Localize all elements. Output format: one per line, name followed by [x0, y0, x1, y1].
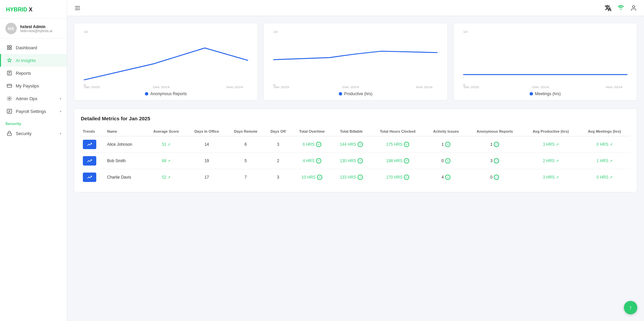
cell-anon-3: 0 📄 [467, 169, 523, 186]
avatar: HA [5, 23, 17, 34]
clock-icon: ⏱ [404, 158, 409, 164]
col-name: Name [105, 127, 146, 136]
translate-icon[interactable] [604, 4, 612, 12]
cell-trend-1 [81, 136, 105, 153]
content-area: 10 0 Jan 2025 Dec 2024 Nov 2024 Anonymou… [67, 16, 644, 321]
user-profile: HA hxtest Admin hello+test@hybridx.ai [0, 19, 67, 39]
up-arrow-icon: ↗ [609, 159, 612, 163]
svg-rect-10 [7, 84, 11, 87]
sidebar-item-dashboard[interactable]: Dashboard [0, 41, 67, 54]
up-arrow-icon: ↗ [609, 142, 612, 147]
menu-icon[interactable] [74, 4, 81, 12]
sidebar: HYBRID X HA hxtest Admin hello+test@hybr… [0, 0, 67, 321]
cell-meetings-1: 0 HRS ↗ [579, 136, 630, 153]
col-avg-productive: Avg Productive (hrs) [523, 127, 579, 136]
user-icon[interactable] [630, 4, 637, 12]
chart-area-3: 10 0 Jan 2025 Dec 2024 Nov 2024 [459, 28, 632, 89]
cell-activity-1: 1 ℹ [425, 136, 467, 153]
cell-days-off-1: 3 [265, 136, 291, 153]
chart-area-1: 10 0 Jan 2025 Dec 2024 Nov 2024 [79, 28, 252, 89]
cell-avg-score-1: 51 ↗ [146, 136, 187, 153]
chart-legend-label-3: Meetings (hrs) [535, 91, 561, 96]
col-days-off: Days Off [265, 127, 291, 136]
svg-text:Dec 2024: Dec 2024 [342, 85, 359, 89]
cell-overtime-3: 10 HRS ⏱ [291, 169, 333, 186]
sidebar-item-reports[interactable]: Reports [0, 67, 67, 79]
sidebar-item-ai-insights[interactable]: Ai Insights [0, 54, 67, 67]
admin-ops-icon [6, 95, 12, 102]
up-arrow-icon: ↗ [556, 142, 559, 147]
svg-text:Jan 2025: Jan 2025 [84, 85, 100, 89]
scroll-to-top-button[interactable]: ↑ [624, 301, 637, 314]
col-total-hours: Total Hours Clocked [370, 127, 425, 136]
up-arrow-icon: ↗ [556, 175, 559, 180]
chart-legend-2: Productive (hrs) [269, 91, 442, 96]
sidebar-item-label: Dashboard [16, 45, 37, 50]
trend-button-3[interactable] [83, 173, 96, 182]
cell-trend-2 [81, 153, 105, 169]
sidebar-item-label: Payroll Settings [16, 109, 46, 114]
cell-days-office-1: 14 [187, 136, 227, 153]
chart-legend-label-1: Anonymous Reports [150, 91, 187, 96]
sidebar-item-payslips[interactable]: My Payslips [0, 79, 67, 92]
sidebar-item-label: Security [16, 131, 32, 136]
sidebar-item-security[interactable]: Security ▾ [0, 127, 67, 140]
cell-days-remote-2: 5 [227, 153, 265, 169]
clock-icon: ⏱ [316, 158, 321, 164]
chart-legend-1: Anonymous Reports [79, 91, 252, 96]
cell-billable-2: 130 HRS ⏱ [332, 153, 370, 169]
up-arrow-icon: ↗ [167, 142, 170, 147]
cell-days-remote-1: 6 [227, 136, 265, 153]
cell-days-office-2: 19 [187, 153, 227, 169]
metrics-section: Detailed Metrics for Jan 2025 Trends Nam… [74, 109, 637, 192]
svg-text:Jan 2025: Jan 2025 [463, 85, 479, 89]
svg-rect-2 [7, 46, 9, 47]
cell-name-1: Alice Johnson [105, 136, 146, 153]
chart-meetings-hrs: 10 0 Jan 2025 Dec 2024 Nov 2024 Meetings… [453, 23, 637, 101]
main-content: 10 0 Jan 2025 Dec 2024 Nov 2024 Anonymou… [67, 0, 644, 321]
sidebar-item-label: Admin Ops [16, 96, 37, 101]
table-header: Trends Name Average Score Days In Office… [81, 127, 630, 136]
svg-text:10: 10 [273, 30, 278, 34]
svg-text:10: 10 [463, 30, 468, 34]
cell-billable-1: 144 HRS ⏱ [332, 136, 370, 153]
svg-rect-17 [7, 133, 11, 135]
cell-days-office-3: 17 [187, 169, 227, 186]
trend-button-2[interactable] [83, 156, 96, 166]
cell-hours-clocked-1: 175 HRS ⏱ [370, 136, 425, 153]
svg-rect-5 [10, 48, 11, 50]
col-days-remote: Days Remote [227, 127, 265, 136]
cell-avg-score-2: 68 ↗ [146, 153, 187, 169]
table-row: Bob Smith 68 ↗ 19 5 2 4 HRS [81, 153, 630, 169]
alert-icon: ℹ [445, 175, 450, 180]
col-total-overtime: Total Overtime [291, 127, 333, 136]
svg-text:Nov 2024: Nov 2024 [606, 85, 623, 89]
cell-hours-clocked-3: 170 HRS ⏱ [370, 169, 425, 186]
wifi-icon[interactable] [617, 4, 625, 12]
sidebar-item-payroll-settings[interactable]: Payroll Settings ▾ [0, 105, 67, 118]
col-activity-issues: Activity Issues [425, 127, 467, 136]
cell-activity-3: 4 ℹ [425, 169, 467, 186]
topbar [67, 0, 644, 16]
cell-overtime-1: 6 HRS ⏱ [291, 136, 333, 153]
chart-area-2: 10 0 Jan 2025 Dec 2024 Nov 2024 [269, 28, 442, 89]
svg-text:Dec 2024: Dec 2024 [153, 85, 170, 89]
cell-billable-3: 133 HRS ⏱ [332, 169, 370, 186]
col-avg-meetings: Avg Meetings (hrs) [579, 127, 630, 136]
up-arrow-icon: ↗ [556, 159, 559, 163]
col-total-billable: Total Billable [332, 127, 370, 136]
col-trends: Trends [81, 127, 105, 136]
svg-point-12 [9, 98, 10, 99]
col-days-office: Days In Office [187, 127, 227, 136]
metrics-table: Trends Name Average Score Days In Office… [81, 127, 630, 185]
svg-text:Nov 2024: Nov 2024 [416, 85, 433, 89]
cell-meetings-2: 1 HRS ↗ [579, 153, 630, 169]
sidebar-item-admin-ops[interactable]: Admin Ops ▾ [0, 92, 67, 105]
cell-productive-1: 3 HRS ↗ [523, 136, 579, 153]
trend-button-1[interactable] [83, 140, 96, 149]
payslips-icon [6, 83, 12, 89]
legend-dot-2 [339, 92, 342, 95]
reports-icon [6, 70, 12, 76]
user-email: hello+test@hybridx.ai [20, 29, 52, 33]
clock-icon: ⏱ [317, 175, 322, 180]
